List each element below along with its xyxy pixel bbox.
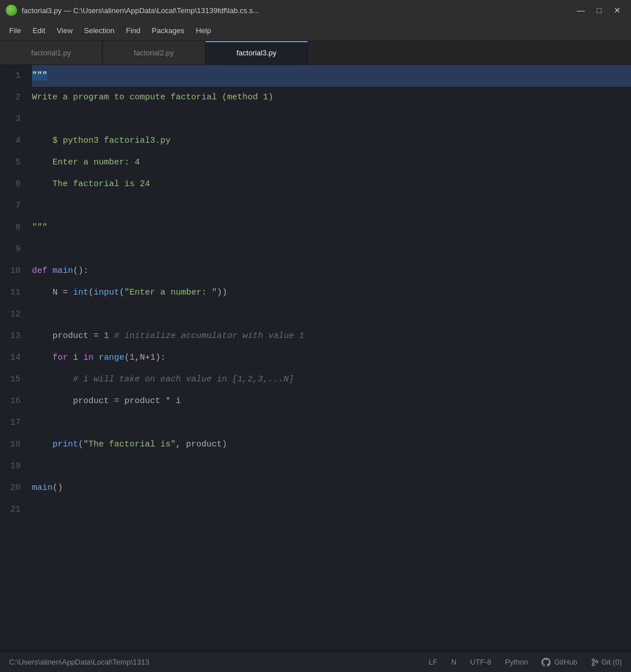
code-line-2: Write a program to compute factorial (me… xyxy=(32,87,631,108)
git-label: Git (0) xyxy=(601,658,622,666)
git-branch-icon xyxy=(591,658,599,666)
code-line-17 xyxy=(32,412,631,434)
maximize-button[interactable]: □ xyxy=(591,5,607,16)
menu-view[interactable]: View xyxy=(51,24,78,37)
line-num-19: 19 xyxy=(6,456,21,477)
line-num-2: 2 xyxy=(6,87,21,108)
code-line-11: N = int(input("Enter a number: ")) xyxy=(32,282,631,304)
line-num-15: 15 xyxy=(6,369,21,391)
code-line-16: product = product * i xyxy=(32,391,631,412)
menu-find[interactable]: Find xyxy=(120,24,146,37)
code-line-14: for i in range(1,N+1): xyxy=(32,347,631,369)
tab-factorial1[interactable]: factorial1.py xyxy=(0,41,103,65)
title-bar-left: factorial3.py — C:\Users\alinen\AppData\… xyxy=(6,5,259,16)
code-line-13: product = 1 # initialize accumulator wit… xyxy=(32,325,631,347)
line-num-6: 6 xyxy=(6,174,21,195)
menu-packages[interactable]: Packages xyxy=(146,24,190,37)
status-line-ending[interactable]: LF xyxy=(429,658,438,666)
title-bar: factorial3.py — C:\Users\alinen\AppData\… xyxy=(0,0,631,21)
code-line-21 xyxy=(32,499,631,521)
svg-line-4 xyxy=(594,660,596,661)
menu-file[interactable]: File xyxy=(3,24,27,37)
line-num-10: 10 xyxy=(6,260,21,282)
code-line-18: print("The factorial is", product) xyxy=(32,434,631,456)
code-line-12 xyxy=(32,304,631,325)
status-git[interactable]: Git (0) xyxy=(591,658,622,666)
status-path: C:\Users\alinen\AppData\Local\Temp\1313 xyxy=(9,658,149,666)
line-num-9: 9 xyxy=(6,239,21,260)
app-icon xyxy=(6,5,17,16)
status-bar: C:\Users\alinen\AppData\Local\Temp\1313 … xyxy=(0,651,631,672)
line-num-7: 7 xyxy=(6,195,21,217)
line-num-18: 18 xyxy=(6,434,21,456)
code-line-4: $ python3 factorial3.py xyxy=(32,130,631,152)
code-line-15: # i will take on each value in [1,2,3,..… xyxy=(32,369,631,391)
close-button[interactable]: ✕ xyxy=(609,5,625,16)
svg-point-2 xyxy=(596,661,598,663)
status-language[interactable]: Python xyxy=(505,658,528,666)
code-line-20: main() xyxy=(32,477,631,499)
tab-factorial3-label: factorial3.py xyxy=(236,49,276,57)
line-num-17: 17 xyxy=(6,412,21,434)
code-editor[interactable]: """ Write a program to compute factorial… xyxy=(30,65,631,651)
menu-selection[interactable]: Selection xyxy=(78,24,120,37)
line-num-20: 20 xyxy=(6,477,21,499)
line-numbers: 1 2 3 4 5 6 7 8 9 10 11 12 13 14 15 16 1… xyxy=(0,65,30,651)
code-line-1: """ xyxy=(32,65,631,87)
status-encoding[interactable]: UTF-8 xyxy=(470,658,491,666)
window-title: factorial3.py — C:\Users\alinen\AppData\… xyxy=(22,6,259,15)
menu-edit[interactable]: Edit xyxy=(27,24,51,37)
status-indent[interactable]: N xyxy=(451,658,456,666)
code-line-3 xyxy=(32,108,631,130)
code-line-6: The factorial is 24 xyxy=(32,174,631,195)
editor-area: 1 2 3 4 5 6 7 8 9 10 11 12 13 14 15 16 1… xyxy=(0,65,631,651)
line-num-3: 3 xyxy=(6,108,21,130)
line-num-4: 4 xyxy=(6,130,21,152)
tab-factorial2[interactable]: factorial2.py xyxy=(103,41,205,65)
line-num-1: 1 xyxy=(6,65,21,87)
line-num-16: 16 xyxy=(6,391,21,412)
code-line-19 xyxy=(32,456,631,477)
status-github[interactable]: GitHub xyxy=(541,658,577,667)
code-line-10: def main(): xyxy=(32,260,631,282)
tabs-bar: factorial1.py factorial2.py factorial3.p… xyxy=(0,41,631,65)
github-icon xyxy=(541,658,551,667)
menu-bar: File Edit View Selection Find Packages H… xyxy=(0,21,631,41)
line-num-13: 13 xyxy=(6,325,21,347)
status-right: LF N UTF-8 Python GitHub Git (0) xyxy=(429,658,622,667)
highlight-quotes: """ xyxy=(32,71,47,81)
line-num-8: 8 xyxy=(6,217,21,239)
line-num-21: 21 xyxy=(6,499,21,521)
code-line-8: """ xyxy=(32,217,631,239)
tab-factorial3[interactable]: factorial3.py xyxy=(205,41,308,65)
code-line-7 xyxy=(32,195,631,217)
window-controls: — □ ✕ xyxy=(573,5,625,16)
tab-factorial1-label: factorial1.py xyxy=(31,49,71,57)
github-label: GitHub xyxy=(554,658,577,666)
svg-point-1 xyxy=(592,663,594,666)
code-line-9 xyxy=(32,239,631,260)
line-num-12: 12 xyxy=(6,304,21,325)
menu-help[interactable]: Help xyxy=(190,24,217,37)
line-num-11: 11 xyxy=(6,282,21,304)
code-line-5: Enter a number: 4 xyxy=(32,152,631,174)
svg-point-0 xyxy=(592,659,594,661)
minimize-button[interactable]: — xyxy=(573,5,589,16)
line-num-14: 14 xyxy=(6,347,21,369)
line-num-5: 5 xyxy=(6,152,21,174)
tab-factorial2-label: factorial2.py xyxy=(134,49,173,57)
